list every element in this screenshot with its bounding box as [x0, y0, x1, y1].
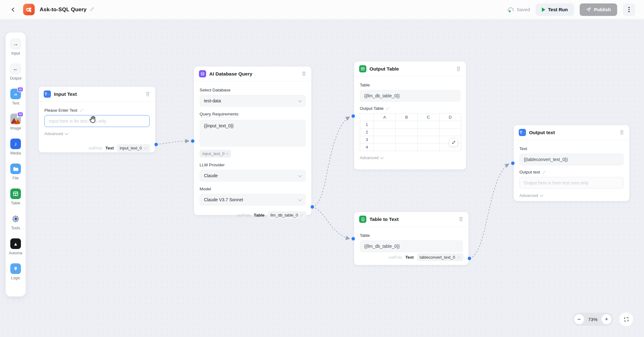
sidebar-item-output[interactable]: ← Output: [6, 64, 26, 89]
node-ai-database-query[interactable]: AI Database Query Select Database test-d…: [194, 66, 312, 215]
test-text-input[interactable]: [44, 115, 150, 127]
pencil-icon: [300, 213, 304, 217]
chevron-down-icon: [540, 193, 543, 197]
cell[interactable]: [396, 136, 418, 144]
pencil-icon[interactable]: [80, 108, 84, 112]
llm-provider-select[interactable]: Claude: [200, 170, 306, 182]
publish-button[interactable]: Publish: [580, 3, 617, 16]
sidebar-item-logic[interactable]: Logic: [6, 263, 26, 288]
pencil-icon[interactable]: [542, 170, 546, 174]
back-button[interactable]: [9, 5, 17, 14]
database-node-icon: [199, 70, 206, 77]
advanced-toggle[interactable]: Advanced: [360, 155, 460, 160]
delete-node-icon[interactable]: [458, 217, 463, 222]
cell[interactable]: [396, 129, 418, 136]
gear-icon: ⚙: [10, 213, 21, 224]
chevron-down-icon: [65, 131, 68, 135]
col-header: A: [374, 114, 396, 121]
ai-badge: AI: [17, 112, 24, 117]
cell[interactable]: [374, 136, 396, 144]
node-table-to-text[interactable]: Table to Text Table {{llm_db_table_0}} o…: [354, 212, 469, 265]
database-select[interactable]: test-data: [200, 95, 306, 107]
connector-tabletext-to-output: [469, 164, 509, 258]
test-run-button[interactable]: Test Run: [536, 3, 574, 16]
table-node-icon: [359, 65, 366, 72]
node-title: AI Database Query: [209, 71, 252, 77]
query-requirements-textarea[interactable]: {{input_text_0}}: [200, 120, 306, 147]
zoom-in-button[interactable]: +: [602, 314, 612, 324]
col-header: C: [418, 114, 439, 121]
output-table-grid[interactable]: A B C D 1 2 3 4: [360, 113, 460, 151]
cell[interactable]: [418, 121, 439, 129]
cell[interactable]: [374, 121, 396, 129]
output-variable-pill[interactable]: llm_db_table_0: [268, 211, 306, 219]
variable-chip[interactable]: input_text_0+: [200, 150, 231, 158]
send-icon: [586, 7, 591, 12]
table-variable-field[interactable]: {{llm_db_table_0}}: [360, 240, 463, 252]
cell[interactable]: [439, 129, 461, 136]
row-header: 4: [360, 144, 374, 151]
field-label: Please Enter Text: [44, 108, 150, 113]
sidebar-item-input[interactable]: → Input: [6, 39, 26, 64]
media-icon: ♪: [10, 139, 21, 149]
pencil-icon: [144, 146, 147, 150]
output-type: Text: [105, 146, 114, 150]
sidebar-item-file[interactable]: File: [6, 164, 26, 188]
delete-node-icon[interactable]: [301, 71, 306, 76]
node-output-text[interactable]: T→ Output text Text {{tableconvert_text_…: [513, 125, 630, 201]
delete-node-icon[interactable]: [456, 66, 461, 71]
text-variable-field[interactable]: {{tableconvert_text_0}}: [519, 154, 624, 165]
cell[interactable]: [418, 129, 439, 136]
node-palette-sidebar: → Input ← Output “ AI Text AI Image ♪: [6, 32, 26, 296]
node-input-text[interactable]: T← Input Text Please Enter Text Advanced…: [38, 86, 156, 153]
automa-triangle-icon: ▲: [10, 238, 21, 249]
sidebar-item-image[interactable]: AI Image: [6, 114, 26, 139]
chevron-down-icon: [298, 99, 302, 102]
output-variable-pill[interactable]: input_text_0: [117, 144, 150, 152]
output-text-node-icon: T→: [519, 129, 526, 136]
model-select[interactable]: Claude V3.7 Sonnet: [200, 194, 306, 206]
input-text-node-icon: T←: [44, 90, 51, 98]
cell[interactable]: [418, 136, 439, 144]
sidebar-item-tools[interactable]: ⚙ Tools: [6, 213, 26, 238]
node-title: Output text: [529, 130, 555, 135]
fullscreen-button[interactable]: [619, 312, 633, 326]
node-output-table[interactable]: Output Table Table {{llm_db_table_0}} Ou…: [354, 61, 466, 170]
expand-table-button[interactable]: [449, 138, 458, 147]
table-variable-field[interactable]: {{llm_db_table_0}}: [360, 90, 460, 102]
ai-badge: AI: [17, 87, 24, 92]
cell[interactable]: [396, 144, 418, 151]
advanced-toggle[interactable]: Advanced: [44, 131, 150, 136]
more-options-button[interactable]: [623, 3, 635, 16]
table-icon: [10, 188, 21, 199]
delete-node-icon[interactable]: [619, 130, 624, 135]
output-text-input[interactable]: [519, 177, 624, 189]
cell[interactable]: [374, 129, 396, 136]
cell[interactable]: [418, 144, 439, 151]
sidebar-item-table[interactable]: Table: [6, 188, 26, 213]
output-type: Text: [405, 255, 414, 260]
cell[interactable]: [396, 121, 418, 129]
sidebar-item-automa[interactable]: ▲ Automa: [6, 238, 26, 263]
zoom-level: 73%: [584, 317, 602, 322]
output-type: Table: [254, 213, 265, 217]
zoom-out-button[interactable]: −: [574, 314, 584, 324]
top-bar: Ask-to-SQL Query Saved Test Run Publish: [0, 0, 644, 19]
chevron-down-icon: [298, 198, 302, 201]
node-title: Table to Text: [369, 217, 399, 222]
connector-input-to-query: [156, 141, 189, 144]
lightbulb-icon: [10, 263, 21, 274]
cell[interactable]: [439, 121, 461, 129]
arrow-right-icon: →: [10, 39, 21, 49]
sidebar-item-text[interactable]: “ AI Text: [6, 89, 26, 114]
outputs-label: outPuts: [389, 255, 402, 260]
output-variable-pill[interactable]: tableconvert_text_0: [417, 253, 463, 261]
pencil-icon[interactable]: [386, 106, 390, 110]
delete-node-icon[interactable]: [145, 91, 150, 97]
cell[interactable]: [374, 144, 396, 151]
workflow-canvas[interactable]: → Input ← Output “ AI Text AI Image ♪: [0, 19, 644, 337]
row-header: 1: [360, 121, 374, 129]
edit-title-icon[interactable]: [90, 7, 95, 13]
sidebar-item-media[interactable]: ♪ Media: [6, 139, 26, 164]
advanced-toggle[interactable]: Advanced: [519, 193, 624, 198]
